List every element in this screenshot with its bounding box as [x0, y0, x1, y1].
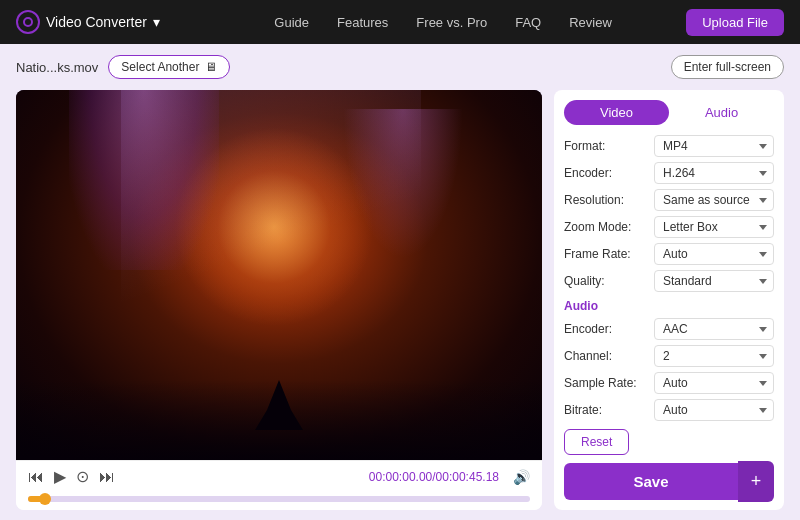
progress-track[interactable] — [28, 496, 530, 502]
frame-rate-label: Frame Rate: — [564, 247, 634, 261]
upload-file-button[interactable]: Upload File — [686, 9, 784, 36]
quality-select[interactable]: Standard High Low — [654, 270, 774, 292]
audio-encoder-select[interactable]: AAC MP3 — [654, 318, 774, 340]
logo[interactable]: Video Converter ▾ — [16, 10, 160, 34]
bitrate-label: Bitrate: — [564, 403, 634, 417]
resolution-row: Resolution: Same as source 1080p 720p — [564, 189, 774, 211]
zoom-mode-select[interactable]: Letter Box Crop Stretch — [654, 216, 774, 238]
sample-rate-select[interactable]: Auto 44100 48000 — [654, 372, 774, 394]
fullscreen-button[interactable]: Enter full-screen — [671, 55, 784, 79]
logo-chevron: ▾ — [153, 14, 160, 30]
bitrate-select[interactable]: Auto 128k 256k — [654, 399, 774, 421]
nav-review[interactable]: Review — [569, 15, 612, 30]
audio-section-label: Audio — [564, 299, 774, 313]
frame-rate-select[interactable]: Auto 24 30 60 — [654, 243, 774, 265]
zoom-mode-row: Zoom Mode: Letter Box Crop Stretch — [564, 216, 774, 238]
zoom-mode-label: Zoom Mode: — [564, 220, 634, 234]
time-total: 00:00:45.18 — [436, 470, 499, 484]
toolbar: Natio...ks.mov Select Another 🖥 Enter fu… — [0, 44, 800, 90]
frame-rate-row: Frame Rate: Auto 24 30 60 — [564, 243, 774, 265]
audio-encoder-row: Encoder: AAC MP3 — [564, 318, 774, 340]
logo-icon — [16, 10, 40, 34]
channel-select[interactable]: 2 1 — [654, 345, 774, 367]
progress-fill — [28, 496, 46, 502]
channel-row: Channel: 2 1 — [564, 345, 774, 367]
encoder-row: Encoder: H.264 H.265 — [564, 162, 774, 184]
select-another-label: Select Another — [121, 60, 199, 74]
nav-free-vs-pro[interactable]: Free vs. Pro — [416, 15, 487, 30]
scene-rays — [121, 90, 421, 340]
resolution-select[interactable]: Same as source 1080p 720p — [654, 189, 774, 211]
settings-tabs: Video Audio — [564, 100, 774, 125]
video-controls: ⏮ ▶ ⊙ ⏭ 00:00:00.00/00:00:45.18 🔊 — [16, 460, 542, 492]
stop-button[interactable]: ⊙ — [76, 467, 89, 486]
nav-links: Guide Features Free vs. Pro FAQ Review — [200, 15, 686, 30]
video-bg — [16, 90, 542, 460]
format-label: Format: — [564, 139, 634, 153]
main-content: ⏮ ▶ ⊙ ⏭ 00:00:00.00/00:00:45.18 🔊 Video … — [0, 90, 800, 520]
volume-button[interactable]: 🔊 — [513, 469, 530, 485]
save-button[interactable]: Save — [564, 463, 738, 500]
nav-features[interactable]: Features — [337, 15, 388, 30]
format-select[interactable]: MP4 MOV AVI — [654, 135, 774, 157]
settings-panel: Video Audio Format: MP4 MOV AVI Encoder:… — [554, 90, 784, 510]
save-row: Save + — [564, 461, 774, 502]
logo-text: Video Converter — [46, 14, 147, 30]
save-plus-button[interactable]: + — [738, 461, 774, 502]
time-display: 00:00:00.00/00:00:45.18 — [369, 470, 499, 484]
quality-row: Quality: Standard High Low — [564, 270, 774, 292]
tab-video[interactable]: Video — [564, 100, 669, 125]
audio-encoder-label: Encoder: — [564, 322, 634, 336]
video-panel: ⏮ ▶ ⊙ ⏭ 00:00:00.00/00:00:45.18 🔊 — [16, 90, 542, 510]
time-current: 00:00:00.00 — [369, 470, 432, 484]
video-preview — [16, 90, 542, 460]
resolution-label: Resolution: — [564, 193, 634, 207]
bitrate-row: Bitrate: Auto 128k 256k — [564, 399, 774, 421]
rewind-button[interactable]: ⏮ — [28, 468, 44, 486]
monitor-icon: 🖥 — [205, 60, 217, 74]
encoder-label: Encoder: — [564, 166, 634, 180]
quality-label: Quality: — [564, 274, 634, 288]
encoder-select[interactable]: H.264 H.265 — [654, 162, 774, 184]
fast-forward-button[interactable]: ⏭ — [99, 468, 115, 486]
tab-audio[interactable]: Audio — [669, 100, 774, 125]
top-navigation: Video Converter ▾ Guide Features Free vs… — [0, 0, 800, 44]
nav-guide[interactable]: Guide — [274, 15, 309, 30]
play-button[interactable]: ▶ — [54, 467, 66, 486]
sample-rate-label: Sample Rate: — [564, 376, 637, 390]
bottom-area: Reset Save + — [564, 429, 774, 502]
format-row: Format: MP4 MOV AVI — [564, 135, 774, 157]
sample-rate-row: Sample Rate: Auto 44100 48000 — [564, 372, 774, 394]
channel-label: Channel: — [564, 349, 634, 363]
file-name: Natio...ks.mov — [16, 60, 98, 75]
progress-thumb[interactable] — [39, 493, 51, 505]
progress-bar-container[interactable] — [16, 492, 542, 510]
nav-faq[interactable]: FAQ — [515, 15, 541, 30]
select-another-button[interactable]: Select Another 🖥 — [108, 55, 230, 79]
video-settings-rows: Format: MP4 MOV AVI Encoder: H.264 H.265… — [564, 135, 774, 421]
reset-button[interactable]: Reset — [564, 429, 629, 455]
